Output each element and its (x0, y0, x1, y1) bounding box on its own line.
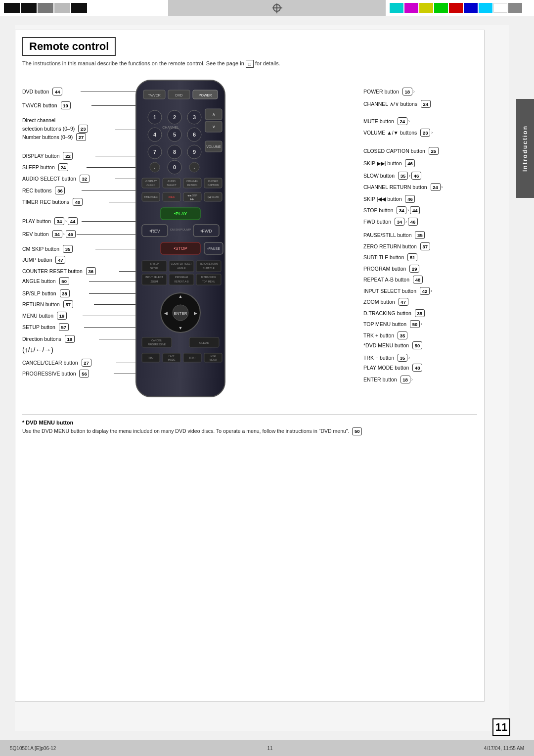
color-block-blue (464, 3, 478, 13)
svg-text:CHANNEL: CHANNEL (186, 180, 198, 183)
top-bar-right (386, 0, 534, 16)
subtitle-button-label: SUBTITLE button 51 (363, 253, 477, 261)
top-bar-center (168, 0, 386, 16)
number-buttons-label: Number buttons (0–9) 27 (22, 133, 86, 141)
d-tracking-label: D.TRACKING button 35 (363, 309, 477, 317)
trk-plus-label: TRK + button 35 (363, 331, 477, 339)
svg-text:SP/SLP: SP/SLP (150, 262, 159, 265)
svg-text:SELECT: SELECT (167, 184, 176, 187)
color-block-magenta (404, 3, 418, 13)
trk-minus-label: TRK − button 35› (363, 354, 477, 362)
svg-text:TRK+: TRK+ (189, 356, 196, 359)
channel-buttons-label: CHANNEL ∧/∨ buttons 24 (363, 100, 477, 108)
color-block-darkgray2 (508, 3, 522, 13)
svg-text:CAPTION: CAPTION (208, 184, 219, 187)
svg-text:PLAY: PLAY (169, 354, 175, 357)
color-block-black3 (71, 3, 87, 13)
cancel-clear-label: CANCEL/CLEAR button 27 (22, 359, 91, 367)
svg-text:CHANNEL: CHANNEL (162, 126, 179, 129)
page-number: 11 (492, 718, 510, 736)
input-select-label: INPUT SELECT button 42› (363, 287, 477, 295)
power-button-label: POWER button 18› (363, 88, 477, 95)
pause-still-label: PAUSE/STILL button 35 (363, 231, 477, 239)
intro-text: The instructions in this manual describe… (22, 60, 477, 68)
spslp-button-label: SP/SLP button 38 (22, 289, 70, 297)
return-button-label: RETURN button 57 (22, 300, 73, 308)
svg-text:POWER: POWER (199, 94, 212, 97)
svg-text:ZERO RETURN: ZERO RETURN (200, 262, 218, 265)
color-block-lightgray (54, 3, 70, 13)
svg-text:∨: ∨ (212, 124, 216, 129)
skip-rew-label: SKIP |◀◀ button 46 (363, 195, 477, 203)
rec-buttons-label: REC buttons 36 (22, 187, 65, 194)
svg-text:1: 1 (153, 114, 156, 120)
svg-text:3: 3 (193, 114, 196, 120)
audio-select-label: AUDIO SELECT button 32 (22, 175, 89, 183)
enter-button-label: ENTER button 18› (363, 376, 477, 383)
svg-text:•: • (194, 166, 195, 170)
progressive-button-label: PROGRESSIVE button 56 (22, 370, 89, 378)
zoom-button-label: ZOOM button 47 (363, 298, 477, 306)
svg-text:SETUP: SETUP (150, 267, 159, 270)
svg-text:•|◀ SLOW: •|◀ SLOW (207, 195, 219, 198)
svg-text:CM SKIP/JUMP: CM SKIP/JUMP (170, 228, 191, 231)
direction-buttons-label: Direction buttons 18 (22, 335, 75, 343)
dvd-button-label: DVD button 44 (22, 88, 62, 95)
svg-text:CLOSED: CLOSED (208, 180, 219, 183)
svg-text:8: 8 (173, 149, 176, 155)
svg-text:ENTER: ENTER (174, 311, 187, 316)
svg-text:▶▶: ▶▶ (190, 197, 194, 200)
program-button-label: PROGRAM button 29 (363, 265, 477, 273)
stop-button-label: STOP button 34›44 (363, 206, 477, 214)
footer-left: 5Q10501A [E]p06-12 (10, 746, 56, 751)
color-block-white (493, 3, 507, 13)
svg-text:ANGLE: ANGLE (178, 267, 186, 270)
jump-button-label: JUMP button 47 (22, 256, 65, 264)
zero-return-label: ZERO RETURN button 37 (363, 242, 477, 250)
sleep-button-label: SLEEP button 24 (22, 163, 68, 171)
svg-text:7: 7 (153, 149, 156, 155)
page-title: Remote control (22, 37, 116, 56)
dvd-menu-button-label: *DVD MENU button 50 (363, 341, 477, 349)
svg-text:PROGRESSIVE: PROGRESSIVE (148, 343, 166, 346)
play-button-label: PLAY button 34›44 (22, 217, 78, 225)
skip-fwd-label: SKIP ▶▶| button 46 (363, 159, 477, 167)
svg-text:◀◀ SKIP: ◀◀ SKIP (187, 194, 198, 197)
diagram-area: DVD button 44 TV/VCR button 19 Direct ch… (22, 73, 477, 409)
svg-text:•PLAY: •PLAY (174, 211, 187, 216)
intro-prefix: The instructions in this manual describe… (22, 60, 244, 66)
cm-skip-label: CM SKIP button 35 (22, 245, 73, 253)
color-block-cyan (390, 3, 403, 13)
color-block-gray (38, 3, 53, 13)
svg-text:TV/VCR: TV/VCR (148, 94, 161, 97)
angle-button-label: ANGLE button 50 (22, 277, 69, 285)
svg-text:4: 4 (153, 132, 157, 138)
color-block-red (449, 3, 463, 13)
color-block-black (4, 3, 20, 13)
note-section: * DVD MENU button Use the DVD MENU butto… (22, 414, 477, 435)
note-page-ref: 50 (352, 427, 362, 435)
svg-text:•REV: •REV (149, 229, 160, 234)
main-content: Remote control The instructions in this … (15, 25, 509, 731)
top-bar (0, 0, 534, 16)
remote-svg: TV/VCR DVD POWER 1 2 3 (121, 75, 240, 402)
footer-center: 11 (267, 746, 273, 751)
repeat-ab-label: REPEAT A-B button 48 (363, 276, 477, 284)
top-bar-left (0, 0, 168, 16)
mute-button-label: MUTE button 24› (363, 117, 477, 125)
tvvcr-button-label: TV/VCR button 19 (22, 101, 71, 109)
note-text: Use the DVD MENU button to display the m… (22, 427, 477, 435)
svg-text:CLEAR: CLEAR (199, 341, 210, 344)
svg-text:2: 2 (173, 114, 176, 120)
svg-text:COUNTER RESET: COUNTER RESET (171, 262, 192, 265)
color-block-green (434, 3, 448, 13)
svg-text:6: 6 (193, 132, 196, 138)
svg-text:REPEAT A-B: REPEAT A-B (175, 280, 189, 283)
page-ref-icon: □ (246, 60, 254, 68)
svg-text:RETURN: RETURN (187, 184, 198, 187)
svg-text:ZOOM: ZOOM (151, 280, 158, 283)
svg-text:MENU: MENU (210, 358, 217, 361)
remote-control-box: Remote control The instructions in this … (15, 30, 485, 702)
svg-text:▼: ▼ (178, 326, 183, 331)
svg-text:▶: ▶ (194, 311, 197, 316)
